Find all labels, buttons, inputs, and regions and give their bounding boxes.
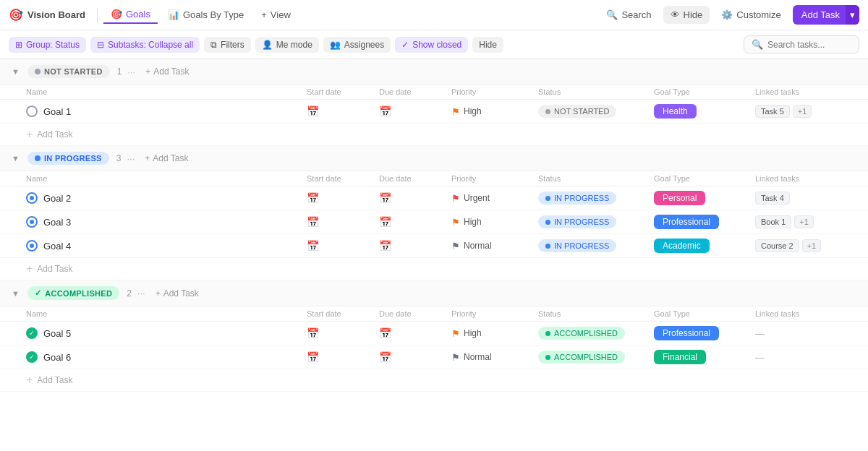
accomplished-label: ACCOMPLISHED — [45, 289, 112, 298]
tab-goals[interactable]: 🎯 Goals — [103, 6, 158, 24]
me-mode-button[interactable]: 👤 Me mode — [255, 37, 319, 53]
view-plus-icon: + — [261, 9, 267, 20]
linked-more-g4[interactable]: +1 — [802, 239, 822, 252]
col-status-acc: Status — [538, 309, 654, 318]
subtasks-button[interactable]: ⊟ Subtasks: Collapse all — [90, 37, 200, 53]
collapse-not-started[interactable]: ▼ — [12, 67, 22, 76]
in-progress-more[interactable]: ··· — [127, 153, 135, 164]
start-date-g2[interactable]: 📅 — [307, 192, 379, 204]
cal-g5-s[interactable]: 📅 — [307, 327, 319, 339]
in-progress-add-task[interactable]: + Add Task — [140, 152, 192, 165]
hide-button[interactable]: 👁 Hide — [663, 6, 710, 24]
col-start-ip: Start date — [307, 174, 379, 183]
due-date-g3[interactable]: 📅 — [379, 216, 451, 228]
calendar-icon[interactable]: 📅 — [307, 106, 319, 117]
hide-toolbar-label: Hide — [479, 40, 497, 50]
in-progress-table-header: Name Start date Due date Priority Status… — [0, 171, 868, 186]
cal-g6-s[interactable]: 📅 — [307, 351, 319, 363]
col-linked-acc: Linked tasks — [755, 309, 856, 318]
linked-more[interactable]: +1 — [793, 105, 812, 118]
assignees-button[interactable]: 👥 Assignees — [323, 37, 391, 53]
goal-type-g5: Professional — [654, 326, 755, 340]
start-date-g4[interactable]: 📅 — [307, 240, 379, 252]
customize-button[interactable]: ⚙️ Customize — [714, 6, 788, 24]
not-started-add-task[interactable]: + Add Task — [141, 65, 193, 78]
due-date-cell[interactable]: 📅 — [379, 106, 451, 117]
search-box[interactable]: 🔍 — [744, 35, 859, 53]
calendar-icon-due[interactable]: 📅 — [379, 106, 391, 117]
task-name-g3: Goal 3 — [43, 217, 71, 228]
task-row-goal6[interactable]: Goal 6 📅 📅 ⚑ Normal ACCOMPLISHED Financi… — [0, 345, 868, 369]
start-date-cell[interactable]: 📅 — [307, 106, 379, 117]
accomplished-count: 2 — [127, 288, 132, 298]
start-date-g6[interactable]: 📅 — [307, 351, 379, 363]
collapse-in-progress[interactable]: ▼ — [12, 154, 22, 163]
in-progress-label: IN PROGRESS — [44, 154, 102, 163]
cal-g4-s[interactable]: 📅 — [307, 240, 319, 252]
not-started-count: 1 — [117, 66, 122, 77]
accomplished-table-header: Name Start date Due date Priority Status… — [0, 306, 868, 322]
toolbar: ⊞ Group: Status ⊟ Subtasks: Collapse all… — [0, 30, 868, 59]
task-row[interactable]: Goal 1 📅 📅 ⚑ High NOT STARTED Health Tas… — [0, 100, 868, 124]
task-row-goal5[interactable]: Goal 5 📅 📅 ⚑ High ACCOMPLISHED Professio… — [0, 322, 868, 345]
cal-g3-s[interactable]: 📅 — [307, 216, 319, 228]
task-icon-g2 — [26, 192, 38, 204]
status-text-g3: IN PROGRESS — [554, 218, 609, 226]
task-icon-not-started — [26, 106, 38, 117]
priority-text-g5: High — [464, 328, 482, 338]
col-goaltype-ip: Goal Type — [654, 174, 755, 183]
cal-g2-d[interactable]: 📅 — [379, 192, 391, 204]
filters-label: Filters — [221, 40, 244, 50]
due-date-g2[interactable]: 📅 — [379, 192, 451, 204]
not-started-more[interactable]: ··· — [127, 66, 135, 77]
cal-g6-d[interactable]: 📅 — [379, 351, 391, 363]
due-date-g6[interactable]: 📅 — [379, 351, 451, 363]
due-date-g4[interactable]: 📅 — [379, 240, 451, 252]
task-row-goal2[interactable]: Goal 2 📅 📅 ⚑ Urgent IN PROGRESS Personal… — [0, 186, 868, 210]
accomplished-add-row[interactable]: + Add Task — [0, 369, 868, 392]
search-button[interactable]: 🔍 Search — [599, 6, 658, 24]
linked-tag-g3[interactable]: Book 1 — [755, 215, 791, 228]
linked-more-g3[interactable]: +1 — [794, 215, 814, 228]
hide-toolbar-button[interactable]: Hide — [472, 37, 503, 53]
cal-g3-d[interactable]: 📅 — [379, 216, 391, 228]
start-date-g5[interactable]: 📅 — [307, 327, 379, 339]
goal-type-g4: Academic — [654, 239, 755, 253]
tab-goals-by-type[interactable]: 📊 Goals By Type — [161, 7, 251, 23]
status-g6: ACCOMPLISHED — [538, 351, 654, 364]
linked-tag[interactable]: Task 5 — [755, 105, 790, 118]
collapse-accomplished[interactable]: ▼ — [12, 289, 22, 298]
task-row-goal3[interactable]: Goal 3 📅 📅 ⚑ High IN PROGRESS Profession… — [0, 210, 868, 234]
group-status-button[interactable]: ⊞ Group: Status — [9, 37, 86, 53]
show-closed-icon: ✓ — [401, 40, 409, 50]
in-progress-add-row[interactable]: + Add Task — [0, 258, 868, 280]
cal-g2-s[interactable]: 📅 — [307, 192, 319, 204]
priority-text-g4: Normal — [464, 241, 492, 251]
add-task-button[interactable]: Add Task ▾ — [793, 5, 859, 25]
filters-button[interactable]: ⧉ Filters — [204, 37, 251, 53]
search-input[interactable] — [767, 40, 851, 50]
cal-g5-d[interactable]: 📅 — [379, 327, 391, 339]
accomplished-more[interactable]: ··· — [137, 288, 145, 298]
due-date-g5[interactable]: 📅 — [379, 327, 451, 339]
add-row-label-acc: Add Task — [37, 375, 72, 385]
not-started-add-row[interactable]: + Add Task — [0, 124, 868, 146]
linked-tag-g2[interactable]: Task 4 — [755, 192, 790, 205]
plus-icon: + — [145, 66, 150, 77]
task-name-cell-g3: Goal 3 — [26, 216, 307, 228]
add-task-text-ip: Add Task — [153, 153, 188, 163]
goal-type-badge-g5: Professional — [654, 326, 719, 340]
add-task-caret[interactable]: ▾ — [846, 5, 859, 25]
goal-type-badge-g6: Financial — [654, 350, 706, 364]
priority-g3: ⚑ High — [451, 217, 538, 228]
group-icon: ⊞ — [15, 40, 22, 50]
linked-tag-g4[interactable]: Course 2 — [755, 239, 799, 252]
cal-g4-d[interactable]: 📅 — [379, 240, 391, 252]
badge-accomplished: ✓ ACCOMPLISHED — [27, 286, 119, 300]
task-row-goal4[interactable]: Goal 4 📅 📅 ⚑ Normal IN PROGRESS Academic… — [0, 234, 868, 258]
show-closed-button[interactable]: ✓ Show closed — [395, 37, 468, 53]
start-date-g3[interactable]: 📅 — [307, 216, 379, 228]
accomplished-add-task[interactable]: + Add Task — [151, 287, 203, 300]
me-mode-label: Me mode — [276, 40, 312, 50]
tab-view[interactable]: + View — [254, 7, 298, 23]
